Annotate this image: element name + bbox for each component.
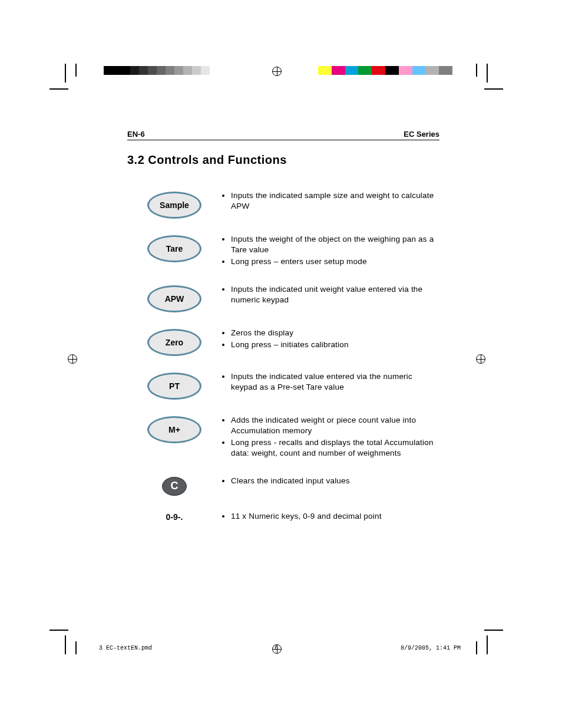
swatch xyxy=(385,66,399,75)
section-title: 3.2 Controls and Functions xyxy=(127,153,439,167)
swatch xyxy=(201,66,210,75)
description-bullet: Inputs the weight of the object on the w… xyxy=(231,234,439,255)
crop-mark xyxy=(75,641,77,654)
description-bullet: Long press – enters user setup mode xyxy=(231,256,439,267)
swatch xyxy=(139,66,148,75)
key-oval: Tare xyxy=(147,235,201,262)
swatch xyxy=(104,66,113,75)
key-oval: M+ xyxy=(147,416,201,443)
footer-datetime: 8/9/2005, 1:41 PM xyxy=(401,645,461,651)
description-bullet: Long press - recalls and displays the to… xyxy=(231,437,439,459)
crop-mark xyxy=(476,64,477,77)
swatch xyxy=(219,66,227,75)
crop-mark xyxy=(487,64,488,83)
swatch xyxy=(148,66,157,75)
swatch xyxy=(318,66,332,75)
swatch xyxy=(358,66,372,75)
swatch xyxy=(439,66,452,75)
colorbar-process xyxy=(318,66,452,75)
registration-target-icon xyxy=(68,354,77,364)
crop-mark xyxy=(49,88,68,90)
crop-mark xyxy=(65,635,66,654)
control-row: CClears the indicated input values xyxy=(127,476,439,496)
crop-mark xyxy=(484,88,503,90)
description-bullet: Long press – initiates calibration xyxy=(231,340,439,350)
page-content: EN-6 EC Series 3.2 Controls and Function… xyxy=(127,130,439,538)
swatch xyxy=(345,66,359,75)
controls-list: SampleInputs the indicated sample size a… xyxy=(127,190,439,523)
swatch xyxy=(412,66,426,75)
swatch xyxy=(113,66,121,75)
key-clear: C xyxy=(162,477,187,496)
control-row: 0-9-.11 x Numeric keys, 0-9 and decimal … xyxy=(127,511,439,523)
header-left: EN-6 xyxy=(127,130,145,139)
control-row: SampleInputs the indicated sample size a… xyxy=(127,190,439,219)
control-button-col: PT xyxy=(127,371,222,400)
swatch xyxy=(130,66,139,75)
swatch xyxy=(192,66,201,75)
description-bullet: Adds the indicated weight or piece count… xyxy=(231,415,439,436)
registration-target-icon xyxy=(272,67,282,76)
swatch xyxy=(227,66,236,75)
swatch xyxy=(332,66,345,75)
control-row: TareInputs the weight of the object on t… xyxy=(127,234,439,269)
control-button-col: Zero xyxy=(127,328,222,356)
description-bullet: Inputs the indicated sample size and wei… xyxy=(231,190,439,212)
swatch xyxy=(174,66,183,75)
swatch xyxy=(399,66,412,75)
control-row: M+Adds the indicated weight or piece cou… xyxy=(127,415,439,460)
crop-mark xyxy=(49,630,68,631)
crop-mark xyxy=(487,635,488,654)
control-button-col: 0-9-. xyxy=(127,511,222,522)
control-description: 11 x Numeric keys, 0-9 and decimal point xyxy=(222,511,439,523)
swatch xyxy=(210,66,219,75)
header-right: EC Series xyxy=(404,130,439,139)
control-button-col: Sample xyxy=(127,190,222,219)
control-button-col: M+ xyxy=(127,415,222,443)
control-row: APWInputs the indicated unit weight valu… xyxy=(127,284,439,312)
swatch xyxy=(425,66,439,75)
swatch xyxy=(183,66,192,75)
footer-page: 6 xyxy=(275,645,278,651)
imposition-footer: 3 EC-textEN.pmd 6 8/9/2005, 1:41 PM xyxy=(99,645,461,651)
page-header: EN-6 EC Series xyxy=(127,130,439,140)
swatch xyxy=(372,66,385,75)
control-description: Clears the indicated input values xyxy=(222,476,439,487)
control-row: ZeroZeros the displayLong press – initia… xyxy=(127,328,439,356)
crop-mark xyxy=(476,641,477,654)
swatch xyxy=(157,66,166,75)
control-description: Zeros the displayLong press – initiates … xyxy=(222,328,439,351)
colorbar-grayscale xyxy=(104,66,238,75)
crop-mark xyxy=(65,64,66,83)
key-oval: APW xyxy=(147,285,201,312)
description-bullet: Zeros the display xyxy=(231,328,439,338)
control-button-col: C xyxy=(127,476,222,496)
key-oval: Zero xyxy=(147,329,201,356)
control-button-col: APW xyxy=(127,284,222,312)
key-oval: PT xyxy=(147,373,201,400)
registration-target-icon xyxy=(476,354,485,364)
description-bullet: 11 x Numeric keys, 0-9 and decimal point xyxy=(231,511,439,522)
control-description: Inputs the indicated value entered via t… xyxy=(222,371,439,394)
control-row: PTInputs the indicated value entered via… xyxy=(127,371,439,400)
control-description: Inputs the indicated unit weight value e… xyxy=(222,284,439,307)
description-bullet: Clears the indicated input values xyxy=(231,476,439,486)
key-numeric-label: 0-9-. xyxy=(166,512,183,522)
crop-mark xyxy=(75,64,77,77)
description-bullet: Inputs the indicated unit weight value e… xyxy=(231,284,439,305)
description-bullet: Inputs the indicated value entered via t… xyxy=(231,371,439,393)
key-oval: Sample xyxy=(147,192,201,219)
swatch xyxy=(166,66,174,75)
swatch xyxy=(121,66,130,75)
control-button-col: Tare xyxy=(127,234,222,262)
control-description: Adds the indicated weight or piece count… xyxy=(222,415,439,460)
control-description: Inputs the indicated sample size and wei… xyxy=(222,190,439,213)
control-description: Inputs the weight of the object on the w… xyxy=(222,234,439,269)
footer-file: 3 EC-textEN.pmd xyxy=(99,645,152,651)
crop-mark xyxy=(484,630,503,631)
